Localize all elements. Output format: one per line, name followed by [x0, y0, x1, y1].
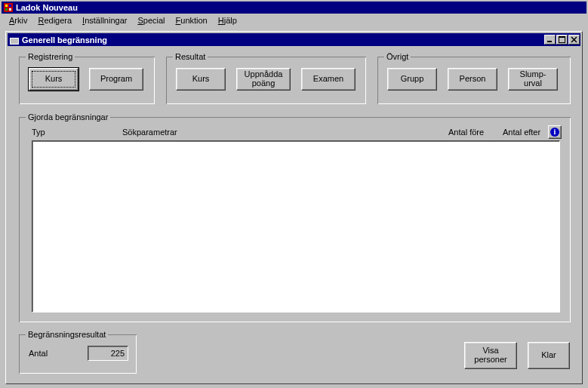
visa-personer-button[interactable]: Visa personer [464, 342, 517, 369]
button-label: Klar [541, 351, 556, 360]
svg-rect-2 [9, 5, 11, 7]
client-area: Registrering Kurs Program Resultat Kurs … [8, 48, 580, 381]
info-icon: i [550, 128, 559, 137]
ovrigt-person-button[interactable]: Person [448, 68, 497, 91]
svg-rect-1 [5, 5, 8, 7]
svg-rect-10 [559, 36, 565, 38]
antal-value: 225 [88, 349, 128, 358]
limitations-list[interactable] [32, 140, 560, 313]
menu-funktion[interactable]: Funktion [171, 15, 214, 26]
col-antal-fore: Antal före [448, 128, 484, 137]
app-title: Ladok Nouveau [16, 3, 78, 12]
application-window: Ladok Nouveau ArkivRedigeraInställningar… [0, 0, 588, 388]
group-resultat-caption: Resultat [173, 52, 208, 61]
col-sokparam: Sökparametrar [122, 128, 177, 137]
group-resultat: Resultat Kurs Uppnådda poäng Examen [166, 57, 366, 104]
resultat-uppnadda-button[interactable]: Uppnådda poäng [236, 68, 291, 91]
menu-inställningar[interactable]: Inställningar [78, 15, 133, 26]
resultat-examen-button[interactable]: Examen [301, 68, 356, 91]
menu-arkiv[interactable]: Arkiv [5, 15, 33, 26]
group-gjorda: Gjorda begränsningar Typ Sökparametrar A… [19, 117, 571, 322]
svg-rect-3 [5, 8, 8, 11]
button-label: Person [460, 75, 486, 84]
button-label: Kurs [192, 75, 210, 84]
group-registrering-caption: Registrering [26, 52, 75, 61]
group-result-caption: Begränsningsresultat [26, 330, 108, 339]
close-button[interactable] [568, 35, 580, 45]
antal-label: Antal [29, 349, 48, 358]
minimize-button[interactable] [544, 35, 556, 45]
group-ovrigt: Övrigt Grupp Person Slump- urval [377, 57, 571, 104]
button-label: Examen [313, 75, 343, 84]
registrering-kurs-button[interactable]: Kurs [29, 68, 79, 91]
button-label: Slump- urval [520, 70, 546, 88]
maximize-button[interactable] [556, 35, 568, 45]
menu-redigera[interactable]: Redigera [33, 15, 78, 26]
button-label: Kurs [45, 75, 63, 84]
registrering-program-button[interactable]: Program [89, 68, 143, 91]
button-label: Visa personer [474, 346, 506, 364]
ovrigt-slump-button[interactable]: Slump- urval [508, 68, 558, 91]
group-ovrigt-caption: Övrigt [384, 52, 411, 61]
child-titlebar: Generell begränsning [8, 33, 580, 46]
button-label: Grupp [401, 75, 424, 84]
svg-rect-8 [547, 41, 552, 42]
app-titlebar: Ladok Nouveau [2, 2, 586, 14]
child-window: Generell begränsning Registrering K [5, 31, 583, 384]
svg-rect-0 [4, 3, 13, 12]
child-window-icon [10, 35, 19, 45]
ovrigt-grupp-button[interactable]: Grupp [387, 68, 437, 91]
child-title: Generell begränsning [22, 35, 543, 45]
group-gjorda-caption: Gjorda begränsningar [26, 112, 110, 122]
svg-rect-4 [9, 8, 11, 11]
resultat-kurs-button[interactable]: Kurs [176, 68, 226, 91]
group-result: Begränsningsresultat Antal 225 [19, 334, 137, 374]
button-label: Uppnådda poäng [245, 70, 283, 88]
window-buttons [543, 35, 580, 45]
button-label: Program [100, 75, 132, 84]
klar-button[interactable]: Klar [528, 342, 570, 369]
group-registrering: Registrering Kurs Program [19, 57, 155, 104]
col-antal-efter: Antal efter [503, 128, 540, 137]
menubar: ArkivRedigeraInställningarSpecialFunktio… [2, 14, 586, 27]
col-typ: Typ [32, 128, 45, 137]
svg-rect-7 [11, 38, 18, 44]
antal-field: 225 [88, 346, 128, 361]
menu-hjälp[interactable]: Hjälp [214, 15, 243, 26]
svg-rect-6 [10, 35, 19, 38]
app-icon [4, 3, 13, 12]
menu-special[interactable]: Special [133, 15, 171, 26]
info-button[interactable]: i [548, 125, 562, 139]
